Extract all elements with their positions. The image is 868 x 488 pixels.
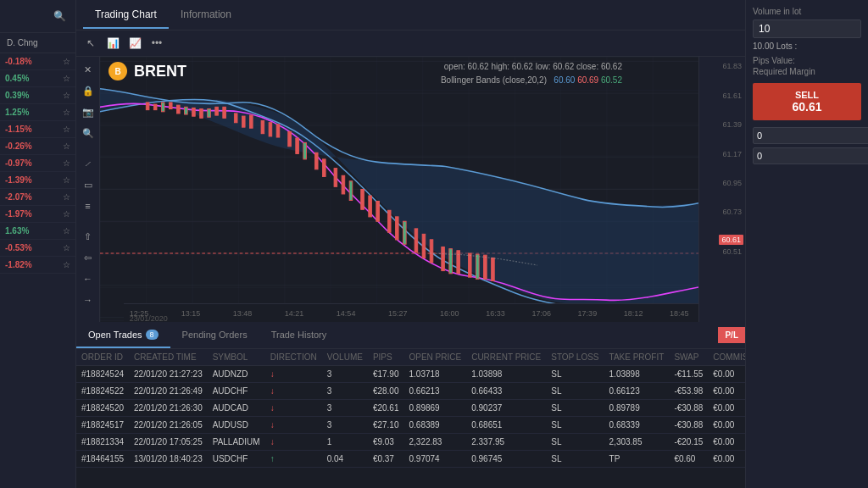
table-row[interactable]: #18824520 22/01/20 21:26:30 AUDCAD ↓ 3 €… <box>76 400 745 417</box>
table-row[interactable]: #18821334 22/01/20 17:05:25 PALLADIUM ↓ … <box>76 434 745 451</box>
instrument-item[interactable]: -1.15% ☆ <box>0 121 75 138</box>
instrument-item[interactable]: -0.18% ☆ <box>0 53 75 70</box>
instrument-star-icon[interactable]: ☆ <box>63 209 70 219</box>
tool-forward-btn[interactable]: → <box>79 291 97 309</box>
stop-loss-cell: SL <box>546 366 604 383</box>
direction-cell: ↓ <box>265 400 322 417</box>
price-level-label: 60.95 <box>722 179 742 187</box>
ohlc-info: open: 60.62 high: 60.62 low: 60.62 close… <box>444 62 622 71</box>
tool-close-btn[interactable]: ✕ <box>79 60 97 79</box>
tab-open-trades[interactable]: Open Trades 8 <box>76 322 170 348</box>
pl-button[interactable]: P/L <box>718 327 745 343</box>
stop-loss-cell: SL <box>546 417 604 434</box>
instrument-item[interactable]: -0.53% ☆ <box>0 240 75 257</box>
trades-table: ORDER IDCREATED TIMESYMBOLDIRECTIONVOLUM… <box>76 349 745 468</box>
svg-rect-37 <box>361 190 364 210</box>
tab-pending-orders[interactable]: Pending Orders <box>170 322 259 348</box>
tool-arrow-right-btn[interactable]: ⇦ <box>79 248 97 267</box>
created-time-cell: 13/01/20 18:40:23 <box>129 451 208 468</box>
instrument-item[interactable]: 0.39% ☆ <box>0 87 75 104</box>
table-body: #18824524 22/01/20 21:27:23 AUDNZD ↓ 3 €… <box>76 366 745 468</box>
instrument-item[interactable]: 1.63% ☆ <box>0 223 75 240</box>
table-row[interactable]: #18464155 13/01/20 18:40:23 USDCHF ↑ 0.0… <box>76 451 745 468</box>
table-row[interactable]: #18824517 22/01/20 21:26:05 AUDUSD ↓ 3 €… <box>76 417 745 434</box>
tool-rect-btn[interactable]: ▭ <box>79 175 97 194</box>
chart-canvas-area[interactable]: B BRENT open: 60.62 high: 60.62 low: 60.… <box>100 57 698 322</box>
current-price-cell: 0.90237 <box>466 400 546 417</box>
order-id-cell: #18821334 <box>76 434 129 451</box>
instrument-star-icon[interactable]: ☆ <box>63 192 70 202</box>
tab-information[interactable]: Information <box>169 2 243 29</box>
commission-cell: €0.00 <box>708 434 745 451</box>
svg-rect-29 <box>288 132 292 147</box>
instrument-item[interactable]: 1.25% ☆ <box>0 104 75 121</box>
pips-cell: €9.03 <box>368 434 404 451</box>
instrument-star-icon[interactable]: ☆ <box>63 141 70 151</box>
sell-label: SELL <box>760 90 854 100</box>
tool-back-btn[interactable]: ← <box>79 269 97 288</box>
table-header-cell: PIPS <box>368 349 404 366</box>
sidebar-user: D. Chng <box>0 33 75 53</box>
tab-trading-chart[interactable]: Trading Chart <box>83 2 169 29</box>
symbol-cell: AUDNZD <box>208 366 265 383</box>
instrument-item[interactable]: -0.97% ☆ <box>0 155 75 172</box>
instrument-item[interactable]: -0.26% ☆ <box>0 138 75 155</box>
svg-rect-39 <box>376 202 380 222</box>
instrument-item[interactable]: -1.97% ☆ <box>0 206 75 223</box>
volume-cell: 0.04 <box>322 451 368 468</box>
instrument-change: 1.63% <box>5 226 29 236</box>
tool-arrow-left-btn[interactable]: ⇧ <box>79 227 97 246</box>
chart-svg <box>100 57 698 322</box>
take-profit-row: + <box>753 147 861 164</box>
svg-rect-38 <box>369 196 372 217</box>
instrument-star-icon[interactable]: ☆ <box>63 125 70 134</box>
svg-rect-21 <box>215 107 219 115</box>
instrument-change: -1.39% <box>5 175 32 185</box>
sell-button[interactable]: SELL 60.61 <box>753 83 861 120</box>
instrument-change: -0.18% <box>5 57 32 66</box>
close-label: close: <box>576 62 598 71</box>
current-price-cell: 0.96745 <box>466 451 546 468</box>
low-label: low: <box>536 62 551 71</box>
instrument-star-icon[interactable]: ☆ <box>63 260 70 269</box>
tool-line-btn[interactable]: ⟋ <box>79 154 97 173</box>
stop-loss-input[interactable] <box>753 127 868 144</box>
instrument-icon: B <box>108 62 127 80</box>
take-profit-input[interactable] <box>753 147 868 164</box>
instrument-star-icon[interactable]: ☆ <box>63 226 70 236</box>
toolbar-indicator-btn[interactable]: 📈 <box>125 34 144 53</box>
toolbar-cursor-btn[interactable]: ↖ <box>81 34 100 53</box>
price-level-label: 61.61 <box>722 92 742 100</box>
instrument-star-icon[interactable]: ☆ <box>63 57 70 66</box>
instrument-item[interactable]: -1.39% ☆ <box>0 172 75 189</box>
instrument-star-icon[interactable]: ☆ <box>63 175 70 185</box>
instrument-star-icon[interactable]: ☆ <box>63 243 70 252</box>
instrument-star-icon[interactable]: ☆ <box>63 74 70 83</box>
current-price-cell: 1.03898 <box>466 366 546 383</box>
tool-lock-btn[interactable]: 🔒 <box>79 81 97 100</box>
tool-camera-btn[interactable]: 📷 <box>79 103 97 121</box>
instrument-star-icon[interactable]: ☆ <box>63 108 70 117</box>
tab-trade-history[interactable]: Trade History <box>259 322 339 348</box>
svg-rect-43 <box>415 229 418 252</box>
required-margin-label: Required Margin <box>753 67 861 76</box>
toolbar-chart-btn[interactable]: 📊 <box>103 34 122 53</box>
instrument-star-icon[interactable]: ☆ <box>63 158 70 168</box>
instrument-item[interactable]: 0.45% ☆ <box>0 70 75 87</box>
svg-rect-15 <box>169 103 172 109</box>
instrument-item[interactable]: -2.07% ☆ <box>0 189 75 206</box>
instrument-item[interactable]: -1.82% ☆ <box>0 257 75 274</box>
volume-input[interactable] <box>753 19 861 38</box>
search-icon[interactable]: 🔍 <box>50 7 69 25</box>
instrument-star-icon[interactable]: ☆ <box>63 91 70 100</box>
chart-toolbar: ↖ 📊 📈 ••• <box>76 30 745 57</box>
table-row[interactable]: #18824524 22/01/20 21:27:23 AUDNZD ↓ 3 €… <box>76 366 745 383</box>
take-profit-cell: 0.68339 <box>604 417 670 434</box>
tool-list-btn[interactable]: ≡ <box>79 197 97 215</box>
stop-loss-cell: SL <box>546 434 604 451</box>
svg-rect-36 <box>349 181 353 201</box>
tool-magnifier-btn[interactable]: 🔍 <box>79 124 97 142</box>
table-row[interactable]: #18824522 22/01/20 21:26:49 AUDCHF ↓ 3 €… <box>76 383 745 400</box>
commission-cell: €0.00 <box>708 417 745 434</box>
toolbar-more-btn[interactable]: ••• <box>147 34 166 53</box>
